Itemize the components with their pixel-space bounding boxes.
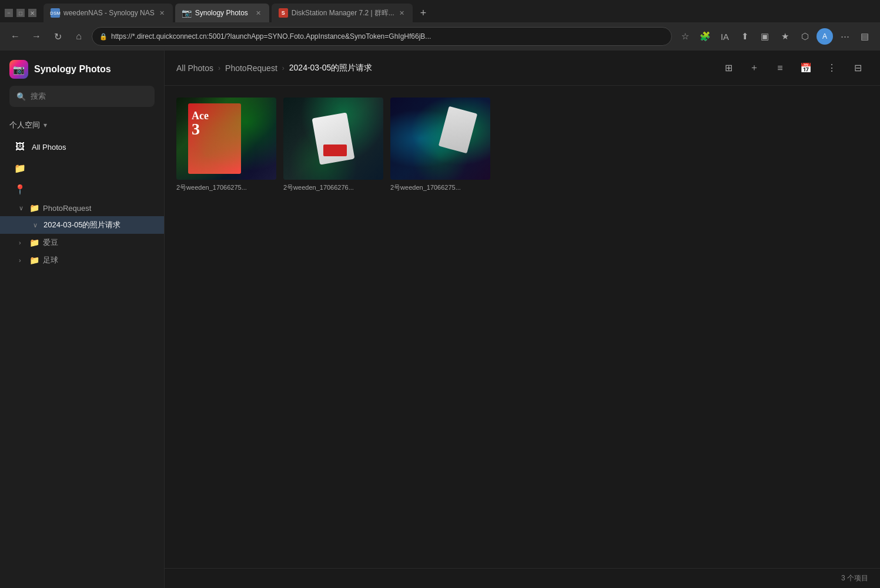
tab-favicon-2: 📷 [182, 8, 192, 18]
tree-folder-icon-2: 📁 [29, 256, 39, 265]
address-bar-row: ← → ↻ ⌂ 🔒 https://*.direct.quickconnect.… [0, 22, 880, 51]
list-item[interactable]: 2号weeden_17066276... [283, 98, 383, 192]
toolbar: All Photos › PhotoRequest › 2024-03-05的照… [165, 51, 880, 86]
close-button[interactable]: ✕ [28, 9, 36, 17]
tab-bar: － □ ✕ DSM weedenNAS - Synology NAS ✕ 📷 S… [0, 0, 880, 22]
sidebar: 📷 Synology Photos 🔍 搜索 个人空间 ▾ 🖼 All Phot… [0, 51, 165, 588]
main-content: All Photos › PhotoRequest › 2024-03-05的照… [165, 51, 880, 588]
more-options-button[interactable]: ⋮ [821, 58, 842, 79]
address-bar[interactable]: 🔒 https://*.direct.quickconnect.cn:5001/… [92, 27, 672, 46]
more-button[interactable]: ⋯ [836, 28, 853, 45]
window-controls: － □ ✕ [5, 9, 36, 17]
tree-folder-icon-photo-request: 📁 [29, 203, 39, 213]
tree-chevron-folder2: › [19, 257, 27, 264]
search-placeholder: 搜索 [31, 91, 46, 102]
calendar-button[interactable]: 📅 [795, 58, 817, 79]
tab-nas[interactable]: DSM weedenNAS - Synology NAS ✕ [44, 4, 173, 22]
photo-name-3: 2号weeden_17066275... [390, 183, 490, 192]
minimize-button[interactable]: － [5, 9, 13, 17]
sidebar-item-photos[interactable]: 🖼 All Photos [5, 136, 159, 157]
photo-thumbnail-1[interactable]: Ace3 [176, 98, 276, 180]
sort-button[interactable]: ≡ [769, 58, 791, 79]
tree-item-sub-folder[interactable]: ∨ 2024-03-05的照片请求 [0, 216, 164, 234]
photos-row: Ace3 2号weeden_17066275... 2号weeden_17066… [176, 98, 868, 192]
list-item[interactable]: 2号weeden_17066275... [390, 98, 490, 192]
tab-close-2[interactable]: ✕ [255, 8, 262, 18]
tree-chevron-photo-request: ∨ [19, 204, 27, 212]
tree-item-folder1[interactable]: › 📁 爱豆 [0, 234, 164, 251]
photo-name-2: 2号weeden_17066276... [283, 183, 383, 192]
photo-thumbnail-3[interactable] [390, 98, 490, 180]
tab-dsm[interactable]: S DiskStation Manager 7.2 | 群晖... ✕ [272, 4, 413, 22]
tab-label-3: DiskStation Manager 7.2 | 群晖... [292, 8, 394, 18]
collections-button[interactable]: ⬡ [797, 28, 813, 45]
albums-icon: 📁 [14, 162, 26, 174]
tree-folder-icon-1: 📁 [29, 238, 39, 247]
maximize-button[interactable]: □ [16, 9, 25, 17]
tab-close-3[interactable]: ✕ [398, 8, 406, 18]
browser-actions: ☆ 🧩 IA ⬆ ▣ ★ ⬡ A ⋯ ▤ [677, 28, 873, 45]
app-title: Synology Photos [34, 64, 111, 75]
tab-favicon-1: DSM [51, 8, 60, 18]
home-button[interactable]: ⌂ [71, 28, 87, 45]
url-text: https://*.direct.quickconnect.cn:5001/?l… [111, 32, 431, 41]
filter-button[interactable]: ⊟ [847, 58, 868, 79]
toolbar-actions: ⊞ ＋ ≡ 📅 ⋮ ⊟ [718, 58, 868, 79]
personal-space-label: 个人空间 [9, 120, 40, 130]
tree-chevron-folder1: › [19, 239, 27, 246]
browser-chrome: － □ ✕ DSM weedenNAS - Synology NAS ✕ 📷 S… [0, 0, 880, 51]
tab-collections-button[interactable]: ▣ [757, 28, 773, 45]
list-item[interactable]: Ace3 2号weeden_17066275... [176, 98, 276, 192]
breadcrumb-sep-1: › [218, 64, 220, 72]
forward-button[interactable]: → [28, 28, 45, 45]
search-icon: 🔍 [16, 92, 26, 101]
tree-label-sub: 2024-03-05的照片请求 [44, 220, 121, 230]
sidebar-item-albums[interactable]: 📁 [5, 157, 159, 179]
status-count: 3 个项目 [841, 573, 868, 583]
tab-photos[interactable]: 📷 Synology Photos ✕ [175, 4, 269, 22]
sidebar-item-map[interactable]: 📍 [5, 179, 159, 200]
tree-label-folder1: 爱豆 [43, 237, 58, 248]
sidebar-button[interactable]: ▤ [856, 28, 873, 45]
breadcrumb-sep-2: › [282, 64, 285, 72]
update-button[interactable]: ⬆ [737, 28, 753, 45]
add-button[interactable]: ＋ [744, 58, 765, 79]
photos-icon: 🖼 [14, 141, 26, 153]
ia-button[interactable]: IA [717, 28, 733, 45]
photo-thumbnail-2[interactable] [283, 98, 383, 180]
app-header: 📷 Synology Photos [0, 51, 164, 86]
breadcrumb-photo-request[interactable]: PhotoRequest [225, 63, 277, 73]
profile-avatar[interactable]: A [817, 28, 833, 45]
status-bar: 3 个项目 [165, 568, 880, 588]
extension-button[interactable]: 🧩 [697, 28, 713, 45]
photos-grid: Ace3 2号weeden_17066275... 2号weeden_17066… [165, 86, 880, 568]
personal-space-button[interactable]: 个人空间 ▾ [0, 114, 164, 136]
search-bar[interactable]: 🔍 搜索 [9, 86, 155, 107]
lock-icon: 🔒 [99, 33, 108, 41]
map-icon: 📍 [14, 183, 26, 195]
tree-item-photo-request[interactable]: ∨ 📁 PhotoRequest [0, 200, 164, 216]
tab-label-2: Synology Photos [195, 9, 248, 17]
favorites-button[interactable]: ★ [777, 28, 793, 45]
grid-view-button[interactable]: ⊞ [718, 58, 739, 79]
refresh-button[interactable]: ↻ [49, 28, 66, 45]
tab-favicon-3: S [279, 8, 288, 18]
personal-space-chevron: ▾ [44, 121, 47, 129]
back-button[interactable]: ← [7, 28, 24, 45]
app-logo: 📷 [9, 60, 28, 79]
tree-label-folder2: 足球 [43, 255, 58, 266]
add-tab-button[interactable]: + [415, 5, 431, 21]
breadcrumb-all-photos[interactable]: All Photos [176, 63, 213, 73]
photo-name-1: 2号weeden_17066275... [176, 183, 276, 192]
tree-chevron-sub: ∨ [33, 221, 41, 229]
tab-close-1[interactable]: ✕ [158, 8, 166, 18]
sidebar-item-photos-label: All Photos [32, 143, 66, 152]
bookmark-star-button[interactable]: ☆ [677, 28, 693, 45]
tree-label-photo-request: PhotoRequest [43, 204, 91, 213]
breadcrumb: All Photos › PhotoRequest › 2024-03-05的照… [176, 63, 372, 73]
tab-label-1: weedenNAS - Synology NAS [63, 9, 155, 17]
app-container: 📷 Synology Photos 🔍 搜索 个人空间 ▾ 🖼 All Phot… [0, 51, 880, 588]
tree-item-folder2[interactable]: › 📁 足球 [0, 251, 164, 269]
breadcrumb-current: 2024-03-05的照片请求 [289, 63, 373, 73]
